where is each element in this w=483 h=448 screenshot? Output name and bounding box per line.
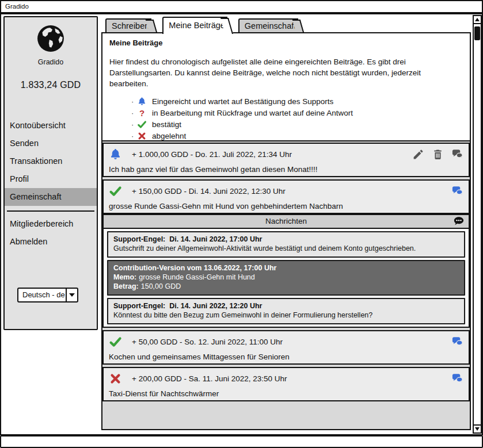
contribution-memo: grosse Runde Gassi-Gehn mit Hund von geh… (109, 202, 463, 210)
chat-icon[interactable] (451, 373, 463, 385)
sidebar-item-profil[interactable]: Profil (5, 170, 97, 188)
contribution-amount-date: + 50,00 GDD - So. 12. Juni 2022, 11:00 U… (132, 338, 283, 346)
message-sender: Support-Engel: (113, 235, 165, 243)
contribution-row: + 150,00 GDD - Di. 14. Juni 2022, 12:30 … (102, 179, 470, 214)
page-title: Meine Beiträge (109, 39, 463, 47)
contribution-row-header: + 1.000,00 GDD - Do. 21. Juli 2022, 21:3… (109, 147, 463, 162)
bullet: · (131, 109, 137, 117)
contribution-memo: Kochen und gemeinsames Mittagessen für S… (109, 353, 463, 361)
vertical-scrollbar[interactable] (473, 15, 482, 434)
message-body: Gutschrift zu deiner Allgemeinwohl-Aktiv… (113, 244, 459, 253)
sidebar-item-mitgliederbereich[interactable]: Mitgliederbereich (5, 215, 97, 233)
status-legend: · Eingereicht und wartet auf Bestätigung… (131, 95, 463, 141)
intro-text: Hier findest du chronologisch aufgeliste… (109, 56, 457, 89)
legend-item-rejected: · abgelehnt (131, 130, 463, 141)
sidebar-item-abmelden[interactable]: Abmelden (5, 233, 97, 251)
pencil-icon[interactable] (412, 148, 424, 160)
scroll-up-button[interactable] (474, 16, 481, 24)
messages-panel-title: Nachrichten (265, 217, 307, 225)
message-sender: Support-Engel: (113, 302, 165, 310)
arrow-down-icon (475, 427, 480, 431)
scrollbar-thumb[interactable] (474, 26, 480, 40)
contribution-row: + 1.000,00 GDD - Do. 21. Juli 2022, 21:3… (102, 143, 470, 177)
window-title: Gradido (5, 3, 29, 10)
sidebar-item-gemeinschaft[interactable]: Gemeinschaft (5, 188, 97, 206)
info-box: Meine Beiträge Hier findest du chronolog… (102, 33, 470, 141)
contribution-memo: Taxi-Dienst für Nachtschwärmer (109, 389, 463, 398)
bubble-dots-icon[interactable] (453, 216, 465, 227)
contribution-row-header: + 50,00 GDD - So. 12. Juni 2022, 11:00 U… (109, 334, 463, 350)
messages-panel: Nachrichten Support-Engel:Di. 14. Juni 2… (102, 214, 470, 328)
chat-icon[interactable] (451, 185, 463, 197)
message-datetime: Di. 14. Juni 2022, 17:00 Uhr (169, 235, 262, 243)
sidebar-item-senden[interactable]: Senden (5, 135, 97, 152)
question-icon: ? (137, 108, 147, 118)
sidebar-item-transaktionen[interactable]: Transaktionen (5, 152, 97, 170)
chat-icon[interactable] (451, 336, 463, 348)
tab-content-panel: Meine Beiträge Hier findest du chronolog… (101, 32, 471, 430)
window-titlebar: Gradido (0, 0, 483, 13)
tab-meine-beitraege[interactable]: Meine Beiträge (162, 17, 227, 34)
amount-label: Betrag: (113, 282, 139, 290)
contribution-amount-date: + 1.000,00 GDD - Do. 21. Juli 2022, 21:3… (132, 150, 292, 159)
scroll-down-button[interactable] (474, 424, 481, 432)
row-actions (412, 148, 463, 160)
contribution-row-header: + 150,00 GDD - Di. 14. Juni 2022, 12:30 … (109, 183, 463, 199)
tab-bar: Schreiben Meine Beiträge Gemeinschaft (105, 18, 309, 34)
language-dropdown[interactable]: Deutsch - de (17, 288, 78, 303)
app-window: Gradido Gradido 1.833,24 GDD Kontoübersi… (0, 0, 483, 448)
message-amount-line: Betrag:150,00 GDD (113, 282, 459, 291)
memo-value: grosse Runde Gassi-Gehn mit Hund (139, 273, 254, 281)
contribution-row-header: + 200,00 GDD - Sa. 11. Juni 2022, 23:50 … (109, 371, 463, 386)
sidebar: Gradido 1.833,24 GDD Kontoübersicht Send… (3, 16, 98, 330)
legend-label: abgelehnt (152, 132, 186, 140)
cross-icon (137, 131, 147, 141)
messages-panel-header: Nachrichten (104, 215, 469, 229)
legend-label: in Bearbeitung mit Rückfrage und wartet … (152, 109, 353, 117)
globe-icon (5, 24, 97, 55)
contribution-amount-date: + 150,00 GDD - Di. 14. Juni 2022, 12:30 … (132, 187, 286, 196)
legend-item-confirmed: · bestätigt (131, 118, 463, 130)
message-body: Könntest du bitte den Bezug zum Gemeinwo… (113, 311, 459, 320)
tab-schreiben[interactable]: Schreiben (105, 18, 151, 32)
row-actions (451, 336, 463, 348)
message-title: Support-Engel:Di. 14. Juni 2022, 17:00 U… (113, 235, 459, 244)
check-icon (109, 335, 122, 349)
chat-icon[interactable] (451, 148, 463, 160)
bell-icon (137, 97, 147, 106)
contribution-memo: Ich hab ganz viel für das Gemeinwohl get… (109, 165, 463, 174)
bell-icon (109, 148, 122, 161)
message-title: Contribution-Version vom 13.06.2022, 17:… (113, 263, 459, 273)
messages-list: Support-Engel:Di. 14. Juni 2022, 17:00 U… (104, 229, 469, 327)
bullet: · (131, 132, 137, 140)
message-support: Support-Engel:Di. 14. Juni 2022, 17:00 U… (107, 231, 465, 258)
main-window: Gradido 1.833,24 GDD Kontoübersicht Send… (0, 13, 483, 435)
contribution-list: + 1.000,00 GDD - Do. 21. Juli 2022, 21:3… (102, 143, 470, 401)
message-contribution-version: Contribution-Version vom 13.06.2022, 17:… (107, 260, 465, 296)
account-balance: 1.833,24 GDD (5, 80, 97, 90)
row-actions (451, 373, 463, 385)
logo-caption: Gradido (5, 58, 97, 66)
memo-label: Memo: (113, 273, 136, 281)
legend-label: bestätigt (152, 120, 181, 129)
tab-gemeinschaft[interactable]: Gemeinschaft (238, 18, 298, 32)
trash-icon[interactable] (432, 148, 444, 160)
contribution-row: + 50,00 GDD - So. 12. Juni 2022, 11:00 U… (102, 330, 470, 365)
message-support: Support-Engel:Di. 14. Juni 2022, 12:20 U… (107, 298, 465, 324)
contribution-row: + 200,00 GDD - Sa. 11. Juni 2022, 23:50 … (102, 367, 470, 401)
message-memo-line: Memo:grosse Runde Gassi-Gehn mit Hund (113, 273, 459, 282)
check-icon (137, 120, 147, 129)
contribution-amount-date: + 200,00 GDD - Sa. 11. Juni 2022, 23:50 … (132, 374, 287, 383)
language-dropdown-value: Deutsch - de (18, 289, 66, 301)
message-title: Support-Engel:Di. 14. Juni 2022, 12:20 U… (113, 301, 459, 311)
legend-item-pending: · Eingereicht und wartet auf Bestätigung… (131, 95, 463, 107)
language-dropdown-button[interactable] (66, 289, 77, 301)
row-actions (451, 185, 463, 197)
sidebar-item-kontouebersicht[interactable]: Kontoübersicht (5, 117, 97, 135)
amount-value: 150,00 GDD (141, 282, 181, 290)
status-bar (0, 435, 483, 448)
legend-label: Eingereicht und wartet auf Bestätigung d… (152, 97, 333, 106)
legend-item-in-progress: · ? in Bearbeitung mit Rückfrage und war… (131, 107, 463, 118)
message-datetime: Di. 14. Juni 2022, 12:20 Uhr (169, 302, 262, 310)
check-icon (109, 185, 122, 198)
